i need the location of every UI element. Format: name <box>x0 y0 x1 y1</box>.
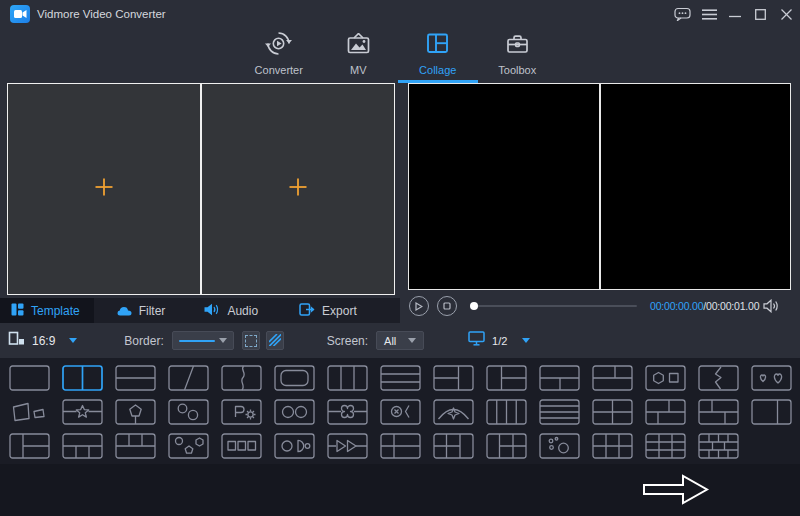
tab-converter[interactable]: Converter <box>239 30 319 83</box>
filter-cloud-icon <box>117 302 132 320</box>
template-two-columns[interactable] <box>62 365 103 391</box>
tab-toolbox-label: Toolbox <box>498 64 536 76</box>
template-staggered-columns[interactable] <box>698 399 739 425</box>
annotation-arrow-icon <box>641 472 711 511</box>
plus-icon <box>94 177 114 201</box>
template-star-center[interactable] <box>62 399 103 425</box>
stop-button[interactable] <box>437 296 457 316</box>
tab-collage-label: Collage <box>419 64 456 76</box>
template-two-circles-diagonal[interactable] <box>168 399 209 425</box>
template-arch-clover[interactable] <box>433 399 474 425</box>
template-flag-and-gear[interactable] <box>221 399 262 425</box>
template-staggered-top-right[interactable] <box>645 399 686 425</box>
screen-dropdown-icon <box>408 338 416 343</box>
border-line-sample <box>179 340 215 342</box>
template-grid-2x3[interactable] <box>592 433 633 459</box>
template-left-column-right-grid[interactable] <box>486 433 527 459</box>
template-top-full-bottom-three[interactable] <box>62 433 103 459</box>
template-left-two-rows-right-column[interactable] <box>433 365 474 391</box>
border-dropdown-icon <box>219 338 227 343</box>
template-icon <box>11 302 24 320</box>
export-box-icon <box>299 302 315 320</box>
template-clover-center[interactable] <box>327 399 368 425</box>
template-hexagon-square[interactable] <box>645 365 686 391</box>
template-bubbles[interactable] <box>539 433 580 459</box>
template-two-triangles[interactable] <box>327 433 368 459</box>
template-two-circles[interactable] <box>274 399 315 425</box>
template-row-2 <box>0 399 800 425</box>
subtab-audio[interactable]: Audio <box>193 298 272 323</box>
collage-icon <box>424 30 451 61</box>
subtab-filter-label: Filter <box>139 304 166 318</box>
aspect-ratio-icon[interactable] <box>8 330 25 351</box>
seek-knob[interactable] <box>470 302 478 310</box>
template-two-rows[interactable] <box>115 365 156 391</box>
aspect-ratio-value[interactable]: 16:9 <box>32 334 55 348</box>
template-grid <box>0 358 800 464</box>
template-pentagon-center[interactable] <box>115 399 156 425</box>
plus-icon <box>288 177 308 201</box>
template-grid-2x2-narrow-left[interactable] <box>380 433 421 459</box>
border-dashed-toggle[interactable] <box>242 331 260 350</box>
feedback-bubble-icon[interactable] <box>672 6 692 22</box>
template-cross-circle-bracket[interactable] <box>380 399 421 425</box>
template-left-grid-right-column[interactable] <box>433 433 474 459</box>
time-display: 00:00:00.00/00:00:01.00 <box>650 300 762 312</box>
page-indicator: 1/2 <box>492 335 507 347</box>
collage-cell-2-add-video[interactable] <box>202 84 394 294</box>
template-skewed-frames[interactable] <box>9 399 50 425</box>
subtab-template[interactable]: Template <box>0 298 94 323</box>
border-style-dropdown[interactable] <box>172 331 234 350</box>
aspect-ratio-dropdown-icon[interactable] <box>69 338 77 343</box>
tab-collage[interactable]: Collage <box>398 30 478 83</box>
panel-tabs: Template Filter Audio Export <box>0 298 400 323</box>
toolbox-icon <box>504 30 531 61</box>
main-nav: Converter MV Collage Toolbox <box>239 30 557 83</box>
page-dropdown-icon[interactable] <box>522 338 530 343</box>
seek-slider[interactable] <box>471 305 637 307</box>
template-two-hearts[interactable] <box>751 365 792 391</box>
template-single[interactable] <box>9 365 50 391</box>
template-grid-3x3[interactable] <box>645 433 686 459</box>
template-wide-left-narrow-right[interactable] <box>751 399 792 425</box>
close-icon[interactable] <box>776 6 796 22</box>
template-four-rows[interactable] <box>539 399 580 425</box>
template-three-squares[interactable] <box>221 433 262 459</box>
template-three-columns[interactable] <box>327 365 368 391</box>
template-diagonal-split[interactable] <box>168 365 209 391</box>
play-button[interactable] <box>409 296 429 316</box>
template-narrow-left-right-two-rows[interactable] <box>9 433 50 459</box>
maximize-icon[interactable] <box>750 6 770 22</box>
subtab-filter[interactable]: Filter <box>106 298 180 323</box>
tab-toolbox[interactable]: Toolbox <box>478 30 558 83</box>
menu-icon[interactable] <box>699 6 719 22</box>
template-row-3 <box>0 433 800 459</box>
preview-area <box>408 83 791 290</box>
template-brick-grid[interactable] <box>698 433 739 459</box>
converter-icon <box>265 30 292 61</box>
template-left-column-right-two-rows[interactable] <box>486 365 527 391</box>
screen-dropdown[interactable]: All <box>376 331 424 350</box>
border-label: Border: <box>124 334 163 348</box>
minimize-icon[interactable] <box>725 6 745 22</box>
template-grid-2x2[interactable] <box>592 399 633 425</box>
time-total: 00:00:01.00 <box>706 300 759 312</box>
tab-mv[interactable]: MV <box>319 30 399 83</box>
preview-cell-2 <box>601 84 791 289</box>
collage-cell-1-add-video[interactable] <box>8 84 200 294</box>
template-top-full-bottom-two[interactable] <box>539 365 580 391</box>
template-four-columns[interactable] <box>486 399 527 425</box>
preview-cell-1 <box>409 84 599 289</box>
template-lightning-split[interactable] <box>698 365 739 391</box>
monitor-icon[interactable] <box>468 331 485 350</box>
template-three-rows[interactable] <box>380 365 421 391</box>
subtab-export[interactable]: Export <box>288 298 371 323</box>
template-circle-pentagon-hexagon[interactable] <box>168 433 209 459</box>
hatch-pattern-button[interactable] <box>266 331 284 350</box>
volume-icon[interactable] <box>763 299 780 317</box>
template-curve-split[interactable] <box>221 365 262 391</box>
template-rounded-inset[interactable] <box>274 365 315 391</box>
template-circle-half-dot[interactable] <box>274 433 315 459</box>
template-top-three-bottom-full[interactable] <box>115 433 156 459</box>
template-top-two-bottom-full[interactable] <box>592 365 633 391</box>
